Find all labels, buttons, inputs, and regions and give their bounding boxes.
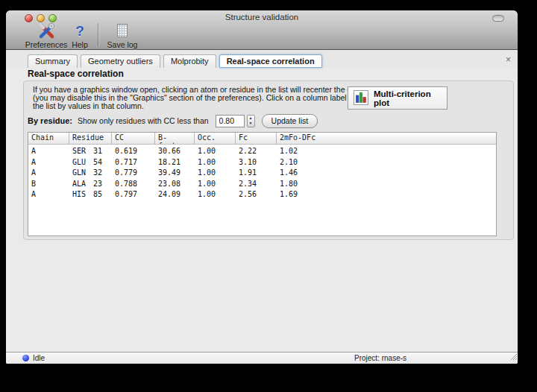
cell-fc: 2.22 [236,146,277,157]
cell-2mfo-dfc: 1.80 [277,179,496,190]
cell-occ: 1.00 [195,168,236,179]
cc-threshold-stepper: ▲ ▼ [247,115,255,127]
cc-filter-description: Show only residues with CC less than [78,116,209,125]
cell-occ: 1.00 [195,146,236,157]
cell-chain: A [28,146,69,157]
cell-residue: HIS85 [69,189,112,200]
cell-residue: GLU54 [69,157,112,168]
cell-occ: 1.00 [195,157,236,168]
tab-bar: Summary Geometry outliers Molprobity Rea… [6,50,518,68]
filter-row: By residue: Show only residues with CC l… [28,114,318,127]
instruction-text: If you have a graphics window open, clic… [33,86,380,110]
cell-fc: 3.10 [236,157,277,168]
resize-grip[interactable] [509,350,517,363]
bar-chart-icon [354,90,368,107]
cell-cc: 0.619 [112,146,155,157]
residue-table: Chain Residue CC B-factor Occ. Fc 2mFo-D… [28,132,497,236]
help-question-icon: ? [75,22,84,39]
table-body: ASER310.61930.661.002.221.02AGLU540.7171… [28,145,496,200]
cell-fc: 2.56 [236,189,277,200]
cell-2mfo-dfc: 1.46 [277,168,496,179]
column-header-residue[interactable]: Residue [69,133,112,144]
help-button[interactable]: ? Help [69,22,91,49]
cell-chain: A [28,157,69,168]
cell-2mfo-dfc: 1.02 [277,146,496,157]
tab-summary[interactable]: Summary [28,54,78,68]
toolbar-separator [98,23,98,46]
structure-validation-window: Structure validation Preferences ? [6,10,518,364]
instruction-line-2: (you may disable this in the "Graphics" … [33,94,380,102]
column-header-cc[interactable]: CC [112,133,155,144]
table-header-row: Chain Residue CC B-factor Occ. Fc 2mFo-D… [28,133,496,145]
cell-2mfo-dfc: 2.10 [277,157,496,168]
cell-fc: 2.34 [236,179,277,190]
page-title: Real-space correlation [28,69,124,79]
by-residue-label: By residue: [28,116,72,125]
stepper-down-icon[interactable]: ▼ [248,121,254,127]
table-row[interactable]: ASER310.61930.661.002.221.02 [28,146,496,157]
window-chrome: Structure validation Preferences ? [6,10,518,50]
cell-b-factor: 39.49 [155,168,195,179]
tab-real-space-correlation[interactable]: Real-space correlation [219,54,322,68]
preferences-tools-icon [37,22,56,39]
preferences-label: Preferences [25,40,68,49]
update-list-label: Update list [271,116,309,125]
cell-residue: SER31 [69,146,112,157]
save-log-grid-icon [115,22,130,39]
cell-residue: ALA23 [69,179,112,190]
cell-residue: GLN32 [69,168,112,179]
update-list-button[interactable]: Update list [262,114,318,128]
cell-b-factor: 30.66 [155,146,195,157]
toolbar: Preferences ? Help [25,22,139,49]
save-log-label: Save log [107,40,138,49]
column-header-2mfo-dfc[interactable]: 2mFo-DFc [277,133,496,144]
status-bar: Idle Project: rnase-s [6,352,518,364]
window-title: Structure validation [6,13,518,22]
cell-2mfo-dfc: 1.69 [277,189,496,200]
column-header-occ[interactable]: Occ. [195,133,236,144]
tab-geometry-outliers[interactable]: Geometry outliers [81,54,160,68]
instruction-line-3: the list by values in that column. [33,102,380,110]
save-log-button[interactable]: Save log [106,22,139,49]
cell-cc: 0.797 [112,189,155,200]
cell-b-factor: 24.09 [155,189,195,200]
cc-threshold-input[interactable] [216,115,245,127]
toolbar-toggle-button[interactable] [492,15,504,22]
cell-b-factor: 18.21 [155,157,195,168]
preferences-button[interactable]: Preferences [25,22,67,49]
table-row[interactable]: BALA230.78823.081.002.341.80 [28,179,496,190]
project-label: Project: rnase-s [354,354,406,362]
cell-fc: 1.91 [236,168,277,179]
help-label: Help [72,40,88,49]
cell-cc: 0.717 [112,157,155,168]
cell-occ: 1.00 [195,189,236,200]
cell-cc: 0.788 [112,179,155,190]
table-row[interactable]: AGLN320.77939.491.001.911.46 [28,168,496,179]
table-row[interactable]: AHIS850.79724.091.002.561.69 [28,189,496,200]
tab-molprobity[interactable]: Molprobity [163,54,216,68]
cell-chain: B [28,179,69,190]
status-indicator-icon [22,355,29,361]
cell-b-factor: 23.08 [155,179,195,190]
cell-occ: 1.00 [195,179,236,190]
stepper-up-icon[interactable]: ▲ [248,116,254,121]
table-row[interactable]: AGLU540.71718.211.003.102.10 [28,157,496,168]
multi-criterion-plot-label: Multi-criterion plot [374,89,447,107]
tab-close-icon[interactable]: × [506,56,511,63]
column-header-b-factor[interactable]: B-factor [155,133,195,144]
status-text: Idle [33,354,45,362]
column-header-fc[interactable]: Fc [236,133,277,144]
screen: { "window": { "title": "Structure valida… [0,0,537,392]
cell-chain: A [28,189,69,200]
cell-chain: A [28,168,69,179]
column-header-chain[interactable]: Chain [28,133,69,144]
multi-criterion-plot-button[interactable]: Multi-criterion plot [348,86,448,110]
real-space-correlation-panel: If you have a graphics window open, clic… [23,80,514,240]
cell-cc: 0.779 [112,168,155,179]
